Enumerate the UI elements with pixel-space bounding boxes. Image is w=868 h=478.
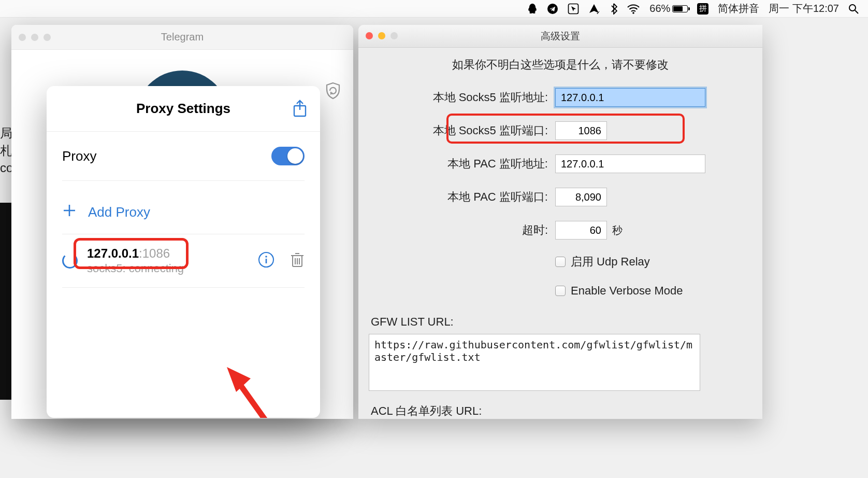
proxy-settings-popup: Proxy Settings Proxy Add Proxy 127.0.0.1… — [47, 86, 320, 418]
share-icon[interactable] — [292, 100, 308, 120]
adv-warning: 如果你不明白这些选项是什么，请不要修改 — [369, 57, 752, 73]
socks-port-label: 本地 Socks5 监听端口: — [369, 123, 555, 138]
udp-checkbox[interactable] — [555, 257, 566, 267]
traffic-minimize[interactable] — [31, 34, 38, 41]
udp-relay-row[interactable]: 启用 Udp Relay — [555, 254, 752, 270]
proxy-toggle-row: Proxy — [62, 132, 305, 181]
grammarly-icon[interactable]: ✓ — [588, 3, 601, 15]
bluetooth-icon[interactable] — [610, 3, 617, 15]
svg-line-5 — [855, 10, 858, 13]
svg-marker-20 — [227, 367, 251, 392]
proxy-toggle[interactable] — [271, 147, 305, 165]
verbose-row[interactable]: Enable Verbose Mode — [555, 284, 752, 298]
macos-menubar: ✓ 66% 拼 简体拼音 周一 下午12:07 — [0, 0, 868, 18]
advanced-settings-window: 高级设置 如果你不明白这些选项是什么，请不要修改 本地 Socks5 监听地址:… — [358, 25, 762, 419]
traffic-minimize[interactable] — [378, 32, 385, 39]
timeout-suffix: 秒 — [612, 223, 623, 237]
add-proxy-label: Add Proxy — [88, 204, 150, 220]
svg-point-3 — [633, 12, 635, 14]
proxy-status: socks5: connecting — [87, 262, 249, 275]
udp-label: 启用 Udp Relay — [571, 254, 650, 270]
pac-port-label: 本地 PAC 监听端口: — [369, 189, 555, 205]
socks-addr-label: 本地 Socks5 监听地址: — [369, 90, 555, 105]
gfw-url-textarea[interactable] — [369, 334, 700, 391]
traffic-lights[interactable] — [19, 34, 51, 41]
verbose-label: Enable Verbose Mode — [571, 284, 683, 298]
svg-line-19 — [237, 381, 282, 418]
acl-label: ACL 白名单列表 URL: — [369, 403, 752, 419]
pac-port-input[interactable] — [555, 188, 607, 206]
add-proxy-button[interactable]: Add Proxy — [62, 190, 305, 234]
wifi-icon[interactable] — [627, 4, 640, 14]
battery-icon — [672, 5, 688, 12]
trash-icon[interactable] — [290, 251, 305, 270]
adv-title: 高级设置 — [541, 30, 580, 43]
proxy-entry[interactable]: 127.0.0.1:1086 socks5: connecting — [62, 234, 305, 288]
loading-spinner-icon — [62, 253, 78, 269]
cursor-box-icon[interactable] — [568, 3, 579, 15]
qq-icon[interactable] — [527, 3, 538, 15]
socks-port-input[interactable] — [555, 121, 607, 140]
proxy-header: Proxy Settings — [47, 86, 320, 132]
verbose-checkbox[interactable] — [555, 286, 566, 296]
clock[interactable]: 周一 下午12:07 — [769, 2, 839, 16]
traffic-zoom[interactable] — [44, 34, 51, 41]
pac-addr-label: 本地 PAC 监听地址: — [369, 156, 555, 172]
shield-icon[interactable] — [325, 82, 341, 102]
svg-text:✓: ✓ — [596, 10, 600, 15]
timeout-input[interactable] — [555, 221, 607, 240]
svg-point-11 — [265, 256, 267, 258]
search-icon[interactable] — [848, 4, 859, 14]
plus-icon — [62, 203, 77, 221]
socks-addr-input[interactable] — [555, 88, 705, 107]
proxy-address: 127.0.0.1:1086 — [87, 246, 249, 261]
telegram-icon[interactable] — [547, 3, 558, 15]
battery-status[interactable]: 66% — [649, 3, 688, 15]
traffic-zoom[interactable] — [390, 32, 398, 39]
proxy-ip: 127.0.0.1 — [87, 246, 139, 260]
telegram-titlebar: Telegram — [11, 25, 353, 50]
proxy-label: Proxy — [62, 148, 96, 164]
input-method-badge[interactable]: 拼 — [697, 3, 708, 15]
battery-percent: 66% — [649, 3, 670, 15]
gfw-label: GFW LIST URL: — [369, 315, 752, 329]
traffic-lights[interactable] — [366, 32, 398, 39]
input-method-text[interactable]: 简体拼音 — [718, 2, 759, 16]
svg-point-4 — [849, 5, 856, 11]
info-icon[interactable] — [258, 251, 274, 270]
annotation-arrow — [223, 366, 290, 418]
traffic-close[interactable] — [19, 34, 26, 41]
pac-addr-input[interactable] — [555, 154, 705, 173]
telegram-title: Telegram — [161, 31, 204, 43]
timeout-label: 超时: — [369, 222, 555, 238]
traffic-close[interactable] — [366, 32, 373, 39]
proxy-port: :1086 — [139, 246, 170, 260]
adv-titlebar: 高级设置 — [358, 25, 762, 48]
proxy-title: Proxy Settings — [136, 101, 230, 117]
